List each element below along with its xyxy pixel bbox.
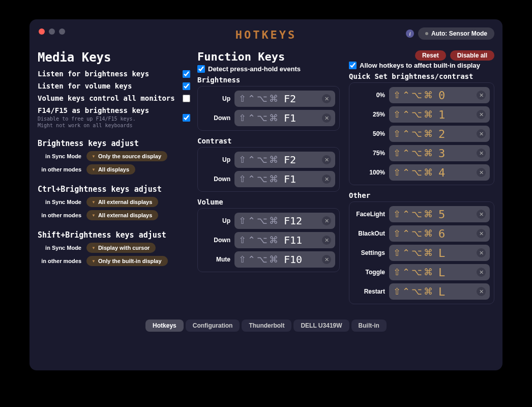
allow-builtin-checkbox[interactable]: Allow hotkeys to affect built-in display [349, 62, 494, 69]
modifier-keys: ⇧⌃⌥⌘ [393, 286, 434, 297]
hotkey-field[interactable]: ⇧⌃⌥⌘F11✕ [234, 232, 335, 248]
other-group: FaceLight⇧⌃⌥⌘5✕BlackOut⇧⌃⌥⌘6✕Settings⇧⌃⌥… [349, 201, 494, 304]
adjust-dropdown-value: Display with cursor [98, 245, 150, 251]
clear-hotkey-icon[interactable]: ✕ [322, 216, 331, 225]
hotkey-row: Up⇧⌃⌥⌘F12✕ [202, 213, 335, 229]
hotkey-field[interactable]: ⇧⌃⌥⌘F2✕ [234, 91, 335, 107]
hotkey-field[interactable]: ⇧⌃⌥⌘F2✕ [234, 152, 335, 168]
hotkey-field[interactable]: ⇧⌃⌥⌘F1✕ [234, 171, 335, 187]
hotkey-field[interactable]: ⇧⌃⌥⌘L✕ [389, 264, 490, 280]
tab-built-in[interactable]: Built-in [351, 319, 387, 332]
modifier-keys: ⇧⌃⌥⌘ [239, 154, 280, 165]
hotkey-field[interactable]: ⇧⌃⌥⌘3✕ [389, 145, 490, 161]
info-icon[interactable]: i [406, 30, 414, 38]
minimize-window-button[interactable] [49, 28, 55, 35]
hotkey-row: Mute⇧⌃⌥⌘F10✕ [202, 251, 335, 268]
clear-hotkey-icon[interactable]: ✕ [477, 229, 486, 238]
media-toggle-checkbox[interactable] [183, 82, 190, 90]
hotkey-key: 4 [438, 166, 445, 179]
hotkey-key: F11 [284, 234, 302, 246]
hotkey-label: 25% [373, 111, 385, 118]
clear-hotkey-icon[interactable]: ✕ [322, 113, 331, 123]
media-toggle-row: Listen for volume keys [38, 82, 190, 90]
hotkey-label: 0% [376, 92, 385, 99]
hotkey-field[interactable]: ⇧⌃⌥⌘6✕ [389, 225, 490, 242]
hotkey-key: F2 [284, 154, 296, 166]
quickset-group: 0%⇧⌃⌥⌘0✕25%⇧⌃⌥⌘1✕50%⇧⌃⌥⌘2✕75%⇧⌃⌥⌘3✕100%⇧… [349, 82, 494, 185]
other-heading: Other [349, 191, 494, 199]
hotkey-field[interactable]: ⇧⌃⌥⌘F12✕ [234, 213, 335, 229]
hotkey-field[interactable]: ⇧⌃⌥⌘1✕ [389, 106, 490, 123]
clear-hotkey-icon[interactable]: ✕ [477, 168, 486, 177]
hotkey-field[interactable]: ⇧⌃⌥⌘4✕ [389, 164, 490, 181]
hotkey-field[interactable]: ⇧⌃⌥⌘L✕ [389, 283, 490, 300]
hotkey-label: 75% [373, 150, 385, 157]
media-toggle-checkbox[interactable] [183, 70, 190, 78]
clear-hotkey-icon[interactable]: ✕ [477, 91, 486, 100]
function-keys-heading: Function Keys [197, 50, 340, 63]
hotkey-label: 100% [369, 169, 385, 176]
tab-configuration[interactable]: Configuration [186, 319, 240, 332]
media-toggle-row: F14/F15 as brightness keysDisable to fre… [38, 106, 190, 129]
disable-all-button[interactable]: Disable all [450, 50, 494, 61]
modifier-keys: ⇧⌃⌥⌘ [393, 209, 434, 220]
hotkey-key: F2 [284, 93, 296, 105]
chevron-down-icon: ▼ [92, 200, 96, 205]
modifier-keys: ⇧⌃⌥⌘ [239, 93, 280, 104]
chevron-down-icon: ▼ [92, 167, 96, 172]
media-toggle-label: F14/F15 as brightness keys [38, 106, 149, 114]
clear-hotkey-icon[interactable]: ✕ [477, 248, 486, 257]
adjust-dropdown[interactable]: ▼All external displays [86, 210, 158, 220]
zoom-window-button[interactable] [59, 28, 65, 35]
clear-hotkey-icon[interactable]: ✕ [477, 129, 486, 138]
hotkey-label: Up [222, 95, 230, 102]
adjust-dropdown[interactable]: ▼Only the source display [86, 151, 167, 161]
media-toggle-label: Volume keys control all monitors [38, 94, 175, 102]
adjust-row: in Sync Mode▼Display with cursor [38, 243, 190, 253]
tab-dell-u3419w[interactable]: DELL U3419W [293, 319, 349, 332]
clear-hotkey-icon[interactable]: ✕ [322, 155, 331, 164]
hotkey-field[interactable]: ⇧⌃⌥⌘L✕ [389, 245, 490, 261]
adjust-dropdown[interactable]: ▼All external displays [86, 197, 158, 207]
media-toggle-label: Listen for brightness keys [38, 70, 149, 78]
adjust-section-heading: Shift+Brightness keys adjust [38, 230, 190, 240]
hotkey-key: 1 [438, 108, 445, 121]
clear-hotkey-icon[interactable]: ✕ [477, 287, 486, 296]
clear-hotkey-icon[interactable]: ✕ [477, 268, 486, 277]
chevron-down-icon: ▼ [92, 213, 96, 218]
modifier-keys: ⇧⌃⌥⌘ [393, 167, 434, 178]
clear-hotkey-icon[interactable]: ✕ [477, 210, 486, 219]
media-toggle-checkbox[interactable] [183, 95, 190, 102]
adjust-row-label: in Sync Mode [38, 153, 81, 159]
hotkey-field[interactable]: ⇧⌃⌥⌘0✕ [389, 87, 490, 103]
clear-hotkey-icon[interactable]: ✕ [322, 255, 331, 264]
clear-hotkey-icon[interactable]: ✕ [477, 149, 486, 158]
hotkey-field[interactable]: ⇧⌃⌥⌘5✕ [389, 206, 490, 222]
hotkey-row: Down⇧⌃⌥⌘F1✕ [202, 171, 335, 187]
hotkey-field[interactable]: ⇧⌃⌥⌘2✕ [389, 126, 490, 142]
clear-hotkey-icon[interactable]: ✕ [477, 110, 486, 119]
reset-button[interactable]: Reset [415, 50, 446, 61]
adjust-dropdown[interactable]: ▼Display with cursor [86, 243, 156, 253]
clear-hotkey-icon[interactable]: ✕ [322, 94, 331, 103]
tab-hotkeys[interactable]: Hotkeys [145, 319, 184, 332]
adjust-section-heading: Brightness keys adjust [38, 139, 190, 148]
hotkey-field[interactable]: ⇧⌃⌥⌘F1✕ [234, 110, 335, 126]
mode-selector[interactable]: Auto: Sensor Mode [418, 27, 494, 40]
hotkey-row: 25%⇧⌃⌥⌘1✕ [353, 106, 490, 123]
clear-hotkey-icon[interactable]: ✕ [322, 236, 331, 245]
hotkey-label: Down [214, 176, 230, 183]
adjust-dropdown[interactable]: ▼Only the built-in display [86, 256, 168, 266]
media-toggle-checkbox[interactable] [183, 114, 190, 122]
adjust-dropdown-value: All displays [98, 166, 129, 172]
adjust-dropdown-value: All external displays [98, 199, 152, 205]
hotkey-field[interactable]: ⇧⌃⌥⌘F10✕ [234, 251, 335, 268]
detect-press-hold-checkbox[interactable]: Detect press-and-hold events [197, 65, 340, 73]
tab-thunderbolt[interactable]: Thunderbolt [242, 319, 291, 332]
brightness-heading: Brightness [197, 76, 340, 84]
close-window-button[interactable] [39, 28, 45, 35]
hotkey-key: F1 [284, 112, 296, 124]
adjust-dropdown[interactable]: ▼All displays [86, 164, 135, 175]
hotkey-label: Up [222, 217, 230, 224]
clear-hotkey-icon[interactable]: ✕ [322, 175, 331, 184]
